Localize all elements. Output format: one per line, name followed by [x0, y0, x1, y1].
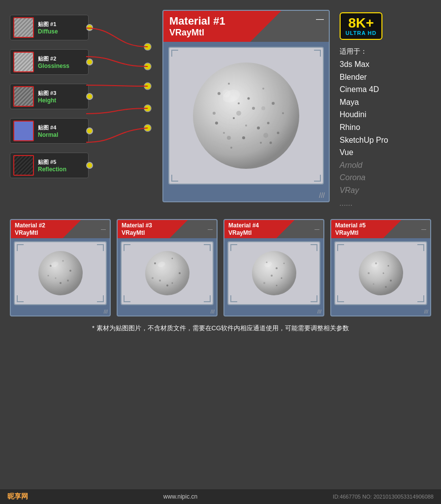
svg-point-8: [267, 122, 270, 125]
svg-point-62: [390, 280, 392, 282]
small-card-3-title-block: Material #3 VRayMtl: [122, 222, 152, 236]
corner-tr: [314, 50, 321, 57]
corner-bl: [171, 175, 178, 182]
svg-point-23: [227, 136, 231, 140]
small-card-4: Material #4 VRayMtl —: [223, 219, 324, 316]
svg-point-18: [245, 125, 247, 126]
node-diffuse[interactable]: 贴图 #1 Diffuse: [10, 15, 89, 40]
compatible-list: 3ds Max Blender Cinema 4D Maya Houdini R…: [340, 58, 418, 209]
badge-resolution: 8K+: [346, 16, 377, 30]
small-corner-5-tl: [337, 244, 344, 251]
small-sphere-4: [227, 241, 320, 305]
svg-point-4: [262, 88, 264, 90]
sphere-base: [193, 63, 299, 169]
wire-4: [86, 108, 148, 114]
corner-tl: [171, 50, 178, 57]
svg-point-60: [368, 272, 370, 274]
compat-sketchup: SketchUp Pro: [340, 134, 418, 147]
node-reflection-connector[interactable]: [86, 162, 93, 169]
node-normal[interactable]: 贴图 #4 Normal: [10, 118, 89, 144]
small-corner-5-bl: [337, 295, 344, 302]
wire-2: [86, 57, 148, 66]
bottom-thumbnails: Material #2 VRayMtl —: [10, 219, 431, 316]
small-card-5-minimize[interactable]: —: [421, 226, 426, 232]
compat-rhino: Rhino: [340, 121, 418, 134]
node-diffuse-info: 贴图 #1 Diffuse: [38, 21, 58, 35]
svg-point-20: [282, 112, 284, 114]
compat-houdini: Houdini: [340, 108, 418, 121]
small-card-5-body: [331, 238, 430, 308]
svg-point-52: [281, 277, 282, 279]
svg-point-63: [373, 283, 374, 284]
node-height[interactable]: 贴图 #3 Height: [10, 84, 89, 109]
small-card-3-minimize[interactable]: —: [208, 226, 213, 232]
small-corner-2-bl: [17, 295, 24, 302]
small-sphere-svg-4: [250, 249, 299, 298]
minimize-button[interactable]: —: [316, 15, 324, 24]
svg-point-38: [154, 262, 156, 264]
small-corner-5-tr: [417, 244, 424, 251]
small-card-5-title-block: Material #5 VRayMtl: [335, 222, 366, 236]
small-card-2-title: Material #2: [15, 222, 45, 229]
svg-point-44: [166, 284, 168, 286]
top-section: 贴图 #1 Diffuse 贴图 #2 Glossiness: [10, 10, 431, 209]
thumb-reflection: [13, 155, 34, 176]
compat-cinema4d: Cinema 4D: [340, 83, 418, 96]
node-glossiness[interactable]: 贴图 #2 Glossiness: [10, 49, 89, 75]
small-card-4-title-block: Material #4 VRayMtl: [228, 222, 259, 236]
small-card-4-type: VRayMtl: [228, 229, 259, 236]
info-panel: 8K+ ULTRA HD 适用于： 3ds Max Blender Cinema…: [340, 10, 418, 209]
material-card-body: [163, 42, 329, 189]
small-card-2-minimize[interactable]: —: [101, 226, 106, 232]
compat-arnold: Arnold: [340, 159, 418, 172]
svg-point-2: [228, 83, 230, 85]
material-title: Material #1: [169, 15, 225, 28]
thumb-diffuse: [13, 17, 34, 38]
small-card-2: Material #2 VRayMtl —: [10, 219, 111, 316]
svg-point-3: [248, 97, 250, 100]
svg-point-13: [213, 112, 216, 115]
small-card-2-header: Material #2 VRayMtl —: [11, 220, 110, 238]
compat-maya: Maya: [340, 96, 418, 109]
small-sphere-svg-2: [36, 249, 85, 298]
footer-logo: 昵享网: [7, 492, 28, 501]
footer-bar: 昵享网 www.nipic.cn ID:4667705 NO: 20210130…: [0, 489, 441, 504]
svg-point-41: [159, 280, 161, 282]
wire-3: [86, 85, 148, 86]
svg-point-50: [283, 262, 284, 264]
svg-point-29: [62, 260, 63, 261]
thumb-glossiness: [13, 52, 34, 72]
corner-br: [314, 175, 321, 182]
svg-point-31: [55, 277, 56, 279]
compat-vray: VRay: [340, 184, 418, 197]
node-reflection-label: 贴图 #5: [38, 158, 66, 166]
small-card-4-header: Material #4 VRayMtl —: [224, 220, 323, 238]
svg-point-15: [257, 126, 260, 129]
node-glossiness-label: 贴图 #2: [38, 55, 69, 63]
thumb-normal: [13, 121, 34, 141]
svg-point-1: [218, 92, 220, 95]
small-sphere-3: [121, 241, 214, 305]
small-card-4-minimize[interactable]: —: [315, 226, 319, 232]
small-corner-4-br: [311, 295, 317, 302]
svg-point-42: [171, 282, 173, 284]
small-corner-3-bl: [124, 295, 130, 302]
node-height-info: 贴图 #3 Height: [38, 90, 56, 104]
node-height-type: Height: [38, 97, 56, 104]
svg-point-61: [382, 272, 384, 274]
svg-point-64: [385, 286, 387, 288]
small-corner-3-tr: [204, 244, 211, 251]
svg-point-59: [387, 265, 389, 266]
svg-point-27: [38, 251, 83, 295]
wire-5: [86, 128, 148, 142]
material-subtitle: VRayMtl: [169, 28, 225, 38]
node-reflection[interactable]: 贴图 #5 Reflection: [10, 153, 89, 178]
node-height-label: 贴图 #3: [38, 90, 56, 97]
small-corner-5-br: [417, 295, 424, 302]
card-footer: ///: [163, 189, 329, 201]
svg-point-9: [223, 132, 225, 134]
footer-logo-text: 昵享网: [7, 492, 28, 500]
node-reflection-type: Reflection: [38, 166, 66, 173]
svg-point-32: [67, 280, 69, 282]
small-card-5-type: VRayMtl: [335, 229, 366, 236]
